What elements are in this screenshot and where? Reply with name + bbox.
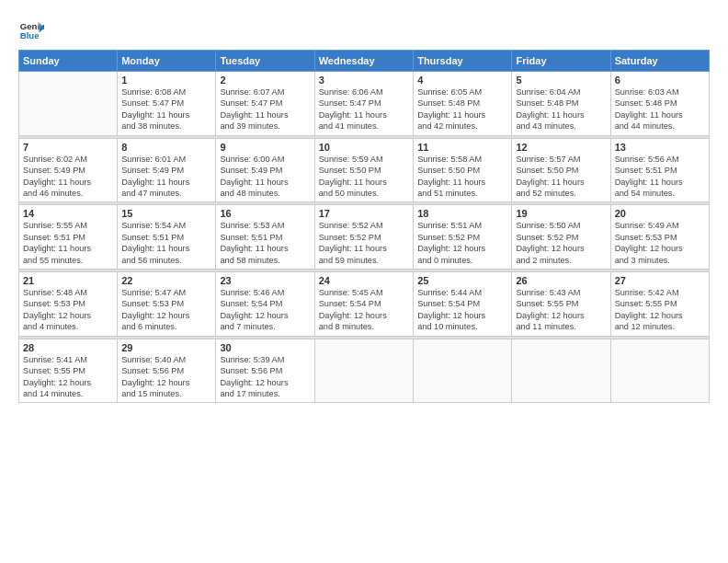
day-info: Sunrise: 5:54 AM Sunset: 5:51 PM Dayligh… xyxy=(121,220,211,266)
calendar-cell xyxy=(19,72,118,136)
calendar-table: SundayMondayTuesdayWednesdayThursdayFrid… xyxy=(18,50,710,403)
calendar-cell: 28Sunrise: 5:41 AM Sunset: 5:55 PM Dayli… xyxy=(19,339,118,403)
calendar-cell: 10Sunrise: 5:59 AM Sunset: 5:50 PM Dayli… xyxy=(314,138,413,202)
calendar-cell: 26Sunrise: 5:43 AM Sunset: 5:55 PM Dayli… xyxy=(512,272,610,337)
day-number: 10 xyxy=(319,142,409,153)
day-info: Sunrise: 6:06 AM Sunset: 5:47 PM Dayligh… xyxy=(319,86,409,132)
calendar-header-wednesday: Wednesday xyxy=(314,51,413,72)
calendar-header-saturday: Saturday xyxy=(610,51,709,72)
page-header: General Blue xyxy=(18,17,710,42)
day-info: Sunrise: 5:42 AM Sunset: 5:55 PM Dayligh… xyxy=(615,287,705,333)
calendar-cell xyxy=(512,339,610,403)
day-number: 23 xyxy=(220,275,310,286)
day-info: Sunrise: 6:02 AM Sunset: 5:49 PM Dayligh… xyxy=(23,154,113,200)
calendar-cell: 22Sunrise: 5:47 AM Sunset: 5:53 PM Dayli… xyxy=(118,272,216,337)
day-info: Sunrise: 6:07 AM Sunset: 5:47 PM Dayligh… xyxy=(220,86,310,132)
calendar-cell xyxy=(414,339,512,403)
day-info: Sunrise: 6:00 AM Sunset: 5:49 PM Dayligh… xyxy=(220,154,310,200)
calendar-week-1: 1Sunrise: 6:08 AM Sunset: 5:47 PM Daylig… xyxy=(19,72,710,136)
day-number: 27 xyxy=(615,275,705,286)
day-number: 26 xyxy=(516,275,606,286)
calendar-header-tuesday: Tuesday xyxy=(216,51,314,72)
day-number: 19 xyxy=(516,208,606,219)
day-info: Sunrise: 5:55 AM Sunset: 5:51 PM Dayligh… xyxy=(23,220,113,266)
calendar-cell: 14Sunrise: 5:55 AM Sunset: 5:51 PM Dayli… xyxy=(19,205,118,270)
logo: General Blue xyxy=(18,17,48,42)
day-info: Sunrise: 6:01 AM Sunset: 5:49 PM Dayligh… xyxy=(121,154,211,200)
calendar-cell: 29Sunrise: 5:40 AM Sunset: 5:56 PM Dayli… xyxy=(118,339,216,403)
calendar-cell: 24Sunrise: 5:45 AM Sunset: 5:54 PM Dayli… xyxy=(314,272,413,337)
day-info: Sunrise: 5:58 AM Sunset: 5:50 PM Dayligh… xyxy=(417,154,507,200)
calendar-cell: 27Sunrise: 5:42 AM Sunset: 5:55 PM Dayli… xyxy=(610,272,709,337)
day-info: Sunrise: 5:53 AM Sunset: 5:51 PM Dayligh… xyxy=(220,220,310,266)
day-number: 28 xyxy=(23,342,113,353)
day-number: 13 xyxy=(615,142,705,153)
calendar-header-row: SundayMondayTuesdayWednesdayThursdayFrid… xyxy=(19,51,710,72)
day-number: 4 xyxy=(417,75,507,86)
day-info: Sunrise: 5:48 AM Sunset: 5:53 PM Dayligh… xyxy=(23,287,113,333)
day-info: Sunrise: 5:41 AM Sunset: 5:55 PM Dayligh… xyxy=(23,354,113,400)
day-info: Sunrise: 6:08 AM Sunset: 5:47 PM Dayligh… xyxy=(121,86,211,132)
day-number: 29 xyxy=(121,342,211,353)
day-info: Sunrise: 5:47 AM Sunset: 5:53 PM Dayligh… xyxy=(121,287,211,333)
calendar-cell: 18Sunrise: 5:51 AM Sunset: 5:52 PM Dayli… xyxy=(414,205,512,270)
day-info: Sunrise: 5:40 AM Sunset: 5:56 PM Dayligh… xyxy=(121,354,211,400)
day-info: Sunrise: 6:04 AM Sunset: 5:48 PM Dayligh… xyxy=(516,86,606,132)
day-info: Sunrise: 5:59 AM Sunset: 5:50 PM Dayligh… xyxy=(319,154,409,200)
day-number: 12 xyxy=(516,142,606,153)
calendar-cell: 17Sunrise: 5:52 AM Sunset: 5:52 PM Dayli… xyxy=(314,205,413,270)
day-info: Sunrise: 5:57 AM Sunset: 5:50 PM Dayligh… xyxy=(516,154,606,200)
day-info: Sunrise: 5:46 AM Sunset: 5:54 PM Dayligh… xyxy=(220,287,310,333)
calendar-cell: 20Sunrise: 5:49 AM Sunset: 5:53 PM Dayli… xyxy=(610,205,709,270)
day-info: Sunrise: 6:05 AM Sunset: 5:48 PM Dayligh… xyxy=(417,86,507,132)
day-number: 22 xyxy=(121,275,211,286)
calendar-cell: 11Sunrise: 5:58 AM Sunset: 5:50 PM Dayli… xyxy=(414,138,512,202)
day-info: Sunrise: 5:56 AM Sunset: 5:51 PM Dayligh… xyxy=(615,154,705,200)
calendar-week-5: 28Sunrise: 5:41 AM Sunset: 5:55 PM Dayli… xyxy=(19,339,710,403)
calendar-cell: 5Sunrise: 6:04 AM Sunset: 5:48 PM Daylig… xyxy=(512,72,610,136)
calendar-cell: 7Sunrise: 6:02 AM Sunset: 5:49 PM Daylig… xyxy=(19,138,118,202)
day-info: Sunrise: 5:43 AM Sunset: 5:55 PM Dayligh… xyxy=(516,287,606,333)
calendar-cell: 8Sunrise: 6:01 AM Sunset: 5:49 PM Daylig… xyxy=(118,138,216,202)
calendar-cell: 16Sunrise: 5:53 AM Sunset: 5:51 PM Dayli… xyxy=(216,205,314,270)
day-info: Sunrise: 5:45 AM Sunset: 5:54 PM Dayligh… xyxy=(319,287,409,333)
day-info: Sunrise: 5:50 AM Sunset: 5:52 PM Dayligh… xyxy=(516,220,606,266)
day-info: Sunrise: 5:52 AM Sunset: 5:52 PM Dayligh… xyxy=(319,220,409,266)
calendar-header-monday: Monday xyxy=(118,51,216,72)
calendar-week-3: 14Sunrise: 5:55 AM Sunset: 5:51 PM Dayli… xyxy=(19,205,710,270)
calendar-cell: 21Sunrise: 5:48 AM Sunset: 5:53 PM Dayli… xyxy=(19,272,118,337)
calendar-cell: 23Sunrise: 5:46 AM Sunset: 5:54 PM Dayli… xyxy=(216,272,314,337)
calendar-cell: 12Sunrise: 5:57 AM Sunset: 5:50 PM Dayli… xyxy=(512,138,610,202)
calendar-cell: 4Sunrise: 6:05 AM Sunset: 5:48 PM Daylig… xyxy=(414,72,512,136)
day-number: 16 xyxy=(220,208,310,219)
calendar-header-thursday: Thursday xyxy=(414,51,512,72)
svg-text:Blue: Blue xyxy=(20,30,40,40)
calendar-cell: 25Sunrise: 5:44 AM Sunset: 5:54 PM Dayli… xyxy=(414,272,512,337)
calendar-cell: 2Sunrise: 6:07 AM Sunset: 5:47 PM Daylig… xyxy=(216,72,314,136)
calendar-cell: 9Sunrise: 6:00 AM Sunset: 5:49 PM Daylig… xyxy=(216,138,314,202)
calendar-cell: 15Sunrise: 5:54 AM Sunset: 5:51 PM Dayli… xyxy=(118,205,216,270)
calendar-cell: 19Sunrise: 5:50 AM Sunset: 5:52 PM Dayli… xyxy=(512,205,610,270)
calendar-cell xyxy=(314,339,413,403)
day-number: 7 xyxy=(23,142,113,153)
calendar-body: 1Sunrise: 6:08 AM Sunset: 5:47 PM Daylig… xyxy=(19,72,710,403)
calendar-cell: 1Sunrise: 6:08 AM Sunset: 5:47 PM Daylig… xyxy=(118,72,216,136)
day-number: 14 xyxy=(23,208,113,219)
day-number: 24 xyxy=(319,275,409,286)
calendar-cell: 3Sunrise: 6:06 AM Sunset: 5:47 PM Daylig… xyxy=(314,72,413,136)
day-number: 20 xyxy=(615,208,705,219)
day-number: 1 xyxy=(121,75,211,86)
calendar-cell: 13Sunrise: 5:56 AM Sunset: 5:51 PM Dayli… xyxy=(610,138,709,202)
day-number: 21 xyxy=(23,275,113,286)
day-number: 17 xyxy=(319,208,409,219)
logo-icon: General Blue xyxy=(18,17,44,42)
day-number: 3 xyxy=(319,75,409,86)
day-number: 9 xyxy=(220,142,310,153)
calendar-cell xyxy=(610,339,709,403)
calendar-cell: 6Sunrise: 6:03 AM Sunset: 5:48 PM Daylig… xyxy=(610,72,709,136)
calendar-cell: 30Sunrise: 5:39 AM Sunset: 5:56 PM Dayli… xyxy=(216,339,314,403)
day-info: Sunrise: 5:44 AM Sunset: 5:54 PM Dayligh… xyxy=(417,287,507,333)
day-number: 2 xyxy=(220,75,310,86)
day-number: 18 xyxy=(417,208,507,219)
day-number: 5 xyxy=(516,75,606,86)
